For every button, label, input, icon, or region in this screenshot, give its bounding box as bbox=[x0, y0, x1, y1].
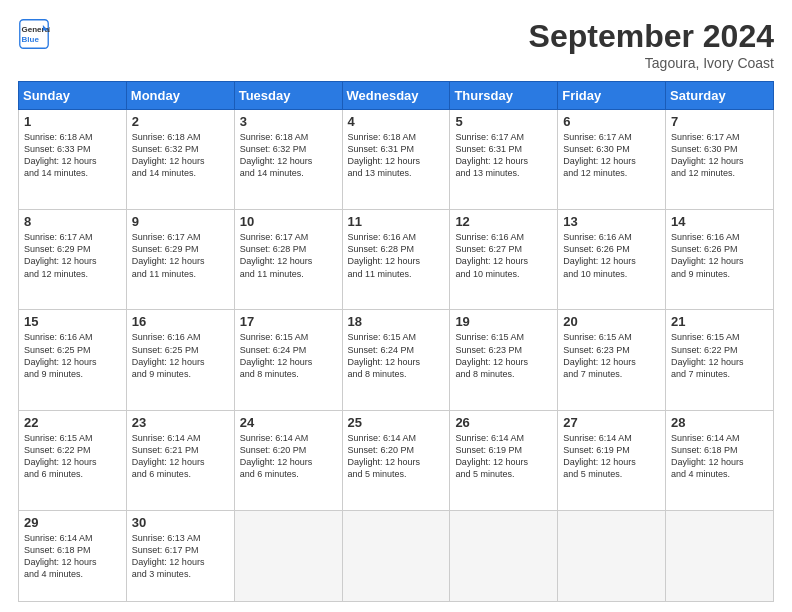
day-number: 27 bbox=[563, 415, 660, 430]
calendar-cell: 26Sunrise: 6:14 AMSunset: 6:19 PMDayligh… bbox=[450, 410, 558, 510]
calendar-cell: 9Sunrise: 6:17 AMSunset: 6:29 PMDaylight… bbox=[126, 210, 234, 310]
calendar-cell bbox=[234, 510, 342, 601]
calendar-cell bbox=[450, 510, 558, 601]
day-number: 11 bbox=[348, 214, 445, 229]
calendar-cell: 29Sunrise: 6:14 AMSunset: 6:18 PMDayligh… bbox=[19, 510, 127, 601]
calendar-cell: 21Sunrise: 6:15 AMSunset: 6:22 PMDayligh… bbox=[666, 310, 774, 410]
calendar-cell bbox=[558, 510, 666, 601]
logo-icon: General Blue bbox=[18, 18, 50, 50]
calendar-week-row: 22Sunrise: 6:15 AMSunset: 6:22 PMDayligh… bbox=[19, 410, 774, 510]
calendar-table: SundayMondayTuesdayWednesdayThursdayFrid… bbox=[18, 81, 774, 602]
calendar-cell: 23Sunrise: 6:14 AMSunset: 6:21 PMDayligh… bbox=[126, 410, 234, 510]
cell-details: Sunrise: 6:14 AMSunset: 6:20 PMDaylight:… bbox=[348, 432, 445, 481]
cell-details: Sunrise: 6:13 AMSunset: 6:17 PMDaylight:… bbox=[132, 532, 229, 581]
calendar-cell bbox=[666, 510, 774, 601]
weekday-header: Saturday bbox=[666, 82, 774, 110]
day-number: 29 bbox=[24, 515, 121, 530]
calendar-cell: 25Sunrise: 6:14 AMSunset: 6:20 PMDayligh… bbox=[342, 410, 450, 510]
cell-details: Sunrise: 6:15 AMSunset: 6:23 PMDaylight:… bbox=[455, 331, 552, 380]
calendar-cell: 4Sunrise: 6:18 AMSunset: 6:31 PMDaylight… bbox=[342, 110, 450, 210]
calendar-cell: 8Sunrise: 6:17 AMSunset: 6:29 PMDaylight… bbox=[19, 210, 127, 310]
calendar-cell: 19Sunrise: 6:15 AMSunset: 6:23 PMDayligh… bbox=[450, 310, 558, 410]
page: General Blue September 2024 Tagoura, Ivo… bbox=[0, 0, 792, 612]
day-number: 1 bbox=[24, 114, 121, 129]
day-number: 13 bbox=[563, 214, 660, 229]
calendar-week-row: 8Sunrise: 6:17 AMSunset: 6:29 PMDaylight… bbox=[19, 210, 774, 310]
cell-details: Sunrise: 6:17 AMSunset: 6:28 PMDaylight:… bbox=[240, 231, 337, 280]
calendar-cell: 30Sunrise: 6:13 AMSunset: 6:17 PMDayligh… bbox=[126, 510, 234, 601]
cell-details: Sunrise: 6:14 AMSunset: 6:20 PMDaylight:… bbox=[240, 432, 337, 481]
header: General Blue September 2024 Tagoura, Ivo… bbox=[18, 18, 774, 71]
calendar-cell bbox=[342, 510, 450, 601]
day-number: 15 bbox=[24, 314, 121, 329]
calendar-cell: 15Sunrise: 6:16 AMSunset: 6:25 PMDayligh… bbox=[19, 310, 127, 410]
calendar-week-row: 1Sunrise: 6:18 AMSunset: 6:33 PMDaylight… bbox=[19, 110, 774, 210]
day-number: 28 bbox=[671, 415, 768, 430]
day-number: 6 bbox=[563, 114, 660, 129]
svg-text:Blue: Blue bbox=[22, 35, 40, 44]
cell-details: Sunrise: 6:18 AMSunset: 6:31 PMDaylight:… bbox=[348, 131, 445, 180]
month-title: September 2024 bbox=[529, 18, 774, 55]
cell-details: Sunrise: 6:14 AMSunset: 6:18 PMDaylight:… bbox=[24, 532, 121, 581]
calendar-cell: 3Sunrise: 6:18 AMSunset: 6:32 PMDaylight… bbox=[234, 110, 342, 210]
cell-details: Sunrise: 6:14 AMSunset: 6:19 PMDaylight:… bbox=[563, 432, 660, 481]
calendar-cell: 10Sunrise: 6:17 AMSunset: 6:28 PMDayligh… bbox=[234, 210, 342, 310]
day-number: 20 bbox=[563, 314, 660, 329]
cell-details: Sunrise: 6:16 AMSunset: 6:25 PMDaylight:… bbox=[24, 331, 121, 380]
cell-details: Sunrise: 6:16 AMSunset: 6:28 PMDaylight:… bbox=[348, 231, 445, 280]
day-number: 26 bbox=[455, 415, 552, 430]
day-number: 3 bbox=[240, 114, 337, 129]
weekday-header: Sunday bbox=[19, 82, 127, 110]
cell-details: Sunrise: 6:17 AMSunset: 6:31 PMDaylight:… bbox=[455, 131, 552, 180]
day-number: 22 bbox=[24, 415, 121, 430]
cell-details: Sunrise: 6:18 AMSunset: 6:32 PMDaylight:… bbox=[240, 131, 337, 180]
calendar-cell: 11Sunrise: 6:16 AMSunset: 6:28 PMDayligh… bbox=[342, 210, 450, 310]
calendar-cell: 16Sunrise: 6:16 AMSunset: 6:25 PMDayligh… bbox=[126, 310, 234, 410]
day-number: 10 bbox=[240, 214, 337, 229]
calendar-cell: 14Sunrise: 6:16 AMSunset: 6:26 PMDayligh… bbox=[666, 210, 774, 310]
cell-details: Sunrise: 6:16 AMSunset: 6:26 PMDaylight:… bbox=[671, 231, 768, 280]
day-number: 8 bbox=[24, 214, 121, 229]
weekday-header: Wednesday bbox=[342, 82, 450, 110]
day-number: 24 bbox=[240, 415, 337, 430]
calendar-cell: 2Sunrise: 6:18 AMSunset: 6:32 PMDaylight… bbox=[126, 110, 234, 210]
calendar-cell: 7Sunrise: 6:17 AMSunset: 6:30 PMDaylight… bbox=[666, 110, 774, 210]
cell-details: Sunrise: 6:15 AMSunset: 6:24 PMDaylight:… bbox=[240, 331, 337, 380]
day-number: 14 bbox=[671, 214, 768, 229]
calendar-cell: 18Sunrise: 6:15 AMSunset: 6:24 PMDayligh… bbox=[342, 310, 450, 410]
calendar-cell: 12Sunrise: 6:16 AMSunset: 6:27 PMDayligh… bbox=[450, 210, 558, 310]
calendar-header-row: SundayMondayTuesdayWednesdayThursdayFrid… bbox=[19, 82, 774, 110]
cell-details: Sunrise: 6:15 AMSunset: 6:23 PMDaylight:… bbox=[563, 331, 660, 380]
cell-details: Sunrise: 6:16 AMSunset: 6:25 PMDaylight:… bbox=[132, 331, 229, 380]
day-number: 19 bbox=[455, 314, 552, 329]
calendar-week-row: 29Sunrise: 6:14 AMSunset: 6:18 PMDayligh… bbox=[19, 510, 774, 601]
calendar-cell: 5Sunrise: 6:17 AMSunset: 6:31 PMDaylight… bbox=[450, 110, 558, 210]
day-number: 16 bbox=[132, 314, 229, 329]
logo: General Blue bbox=[18, 18, 50, 50]
calendar-cell: 28Sunrise: 6:14 AMSunset: 6:18 PMDayligh… bbox=[666, 410, 774, 510]
cell-details: Sunrise: 6:17 AMSunset: 6:29 PMDaylight:… bbox=[132, 231, 229, 280]
day-number: 21 bbox=[671, 314, 768, 329]
day-number: 5 bbox=[455, 114, 552, 129]
location: Tagoura, Ivory Coast bbox=[529, 55, 774, 71]
title-block: September 2024 Tagoura, Ivory Coast bbox=[529, 18, 774, 71]
cell-details: Sunrise: 6:16 AMSunset: 6:26 PMDaylight:… bbox=[563, 231, 660, 280]
cell-details: Sunrise: 6:15 AMSunset: 6:24 PMDaylight:… bbox=[348, 331, 445, 380]
cell-details: Sunrise: 6:16 AMSunset: 6:27 PMDaylight:… bbox=[455, 231, 552, 280]
day-number: 9 bbox=[132, 214, 229, 229]
day-number: 12 bbox=[455, 214, 552, 229]
weekday-header: Monday bbox=[126, 82, 234, 110]
day-number: 17 bbox=[240, 314, 337, 329]
cell-details: Sunrise: 6:17 AMSunset: 6:30 PMDaylight:… bbox=[563, 131, 660, 180]
weekday-header: Friday bbox=[558, 82, 666, 110]
calendar-cell: 20Sunrise: 6:15 AMSunset: 6:23 PMDayligh… bbox=[558, 310, 666, 410]
cell-details: Sunrise: 6:15 AMSunset: 6:22 PMDaylight:… bbox=[24, 432, 121, 481]
calendar-cell: 24Sunrise: 6:14 AMSunset: 6:20 PMDayligh… bbox=[234, 410, 342, 510]
day-number: 4 bbox=[348, 114, 445, 129]
day-number: 7 bbox=[671, 114, 768, 129]
day-number: 23 bbox=[132, 415, 229, 430]
calendar-cell: 13Sunrise: 6:16 AMSunset: 6:26 PMDayligh… bbox=[558, 210, 666, 310]
calendar-week-row: 15Sunrise: 6:16 AMSunset: 6:25 PMDayligh… bbox=[19, 310, 774, 410]
cell-details: Sunrise: 6:14 AMSunset: 6:19 PMDaylight:… bbox=[455, 432, 552, 481]
calendar-cell: 17Sunrise: 6:15 AMSunset: 6:24 PMDayligh… bbox=[234, 310, 342, 410]
